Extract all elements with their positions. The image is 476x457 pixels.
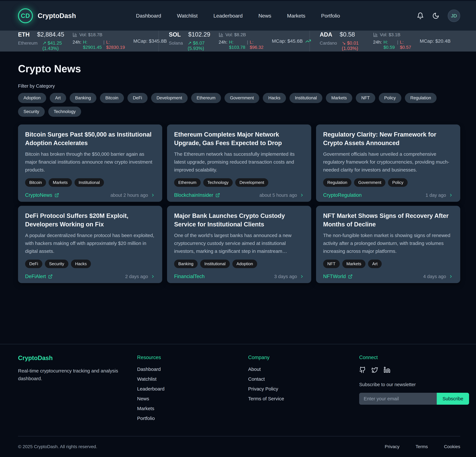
footer-resources: Resources DashboardWatchlistLeaderboardN…	[137, 355, 248, 425]
main-content: Crypto News Filter by Category AdoptionA…	[0, 52, 476, 283]
linkedin-icon[interactable]	[384, 367, 390, 373]
bar-chart-icon	[373, 32, 378, 37]
bottom-bar: © 2025 CryptoDash. All rights reserved. …	[18, 436, 460, 457]
avatar-initials: JD	[451, 13, 457, 18]
range-low: L: $2830.19	[106, 40, 125, 50]
footer-company-title: Company	[248, 355, 359, 360]
article-source-link[interactable]: CryptoRegulation	[323, 192, 362, 198]
asset-range: 24h: H: $103.78 | L: $96.32	[219, 40, 264, 50]
article-footer: FinancialTech 3 days ago	[174, 273, 304, 279]
chevron-right-icon[interactable]	[300, 193, 304, 197]
article-footer: CryptoNews about 2 hours ago	[25, 192, 155, 198]
category-chip[interactable]: Technology	[48, 107, 81, 117]
source-name: NFTWorld	[323, 273, 346, 279]
category-chip[interactable]: Regulation	[405, 93, 437, 103]
external-link-icon	[348, 274, 353, 279]
ticker-asset: SOL $102.29 Solana ↗ $6.07 (5.93%)	[169, 31, 210, 51]
chevron-right-icon[interactable]	[151, 274, 155, 279]
news-card: NFT Market Shows Signs of Recovery After…	[316, 206, 460, 283]
category-chip[interactable]: Policy	[379, 93, 401, 103]
footer-resources-links: DashboardWatchlistLeaderboardNewsMarkets…	[137, 367, 248, 421]
asset-name: Ethereum	[18, 41, 37, 46]
category-chip[interactable]: Development	[151, 93, 188, 103]
legal-link[interactable]: Privacy	[385, 444, 400, 449]
asset-volume: Vol: $3.1B	[380, 32, 400, 37]
article-tag: Markets	[49, 178, 72, 187]
footer-link[interactable]: Privacy Policy	[248, 386, 359, 392]
article-time: 2 days ago	[125, 274, 148, 279]
footer-link[interactable]: About	[248, 367, 359, 372]
nav-item[interactable]: Watchlist	[171, 9, 203, 22]
github-icon[interactable]	[359, 367, 366, 373]
category-chip[interactable]: NFT	[356, 93, 375, 103]
email-input[interactable]	[359, 393, 437, 405]
twitter-icon[interactable]	[371, 367, 378, 373]
legal-link[interactable]: Terms	[416, 444, 428, 449]
source-name: CryptoNews	[25, 192, 52, 198]
article-tags: DeFiSecurityHacks	[25, 255, 155, 268]
legal-link[interactable]: Cookies	[444, 444, 460, 449]
footer-link[interactable]: Leaderboard	[137, 386, 248, 392]
category-chip[interactable]: Security	[18, 107, 45, 117]
app-logo[interactable]: CD	[18, 8, 33, 23]
category-chip[interactable]: Government	[224, 93, 259, 103]
footer-link[interactable]: Terms of Service	[248, 396, 359, 401]
footer-link[interactable]: Watchlist	[137, 376, 248, 382]
article-time: about 2 hours ago	[110, 193, 148, 198]
site-footer: CryptoDash Real-time cryptocurrency trac…	[0, 344, 476, 457]
range-label: 24h:	[373, 40, 382, 50]
footer-brand-tagline: Real-time cryptocurrency tracking and an…	[18, 367, 121, 382]
article-tag: Regulation	[323, 178, 351, 187]
article-tag: Institutional	[200, 260, 230, 268]
article-source-link[interactable]: BlockchainInsider	[174, 192, 220, 198]
category-chip[interactable]: Markets	[326, 93, 352, 103]
external-link-icon	[215, 193, 220, 197]
category-chip[interactable]: Banking	[70, 93, 96, 103]
article-tag: Government	[354, 178, 385, 187]
category-chip[interactable]: Art	[50, 93, 66, 103]
bell-icon[interactable]	[417, 12, 424, 19]
footer-link[interactable]: Dashboard	[137, 367, 248, 372]
category-chip[interactable]: Bitcoin	[100, 93, 124, 103]
footer-link[interactable]: Markets	[137, 406, 248, 411]
footer-connect: Connect Subscribe to our newsletter Subs…	[359, 355, 469, 425]
asset-range: 24h: H: $0.59 | L: $0.57	[373, 40, 411, 50]
chevron-right-icon[interactable]	[151, 193, 155, 197]
category-chip[interactable]: Adoption	[18, 93, 46, 103]
article-source-link[interactable]: NFTWorld	[323, 273, 353, 279]
asset-mcap: MCap: $20.4B	[420, 38, 460, 44]
chevron-right-icon[interactable]	[300, 274, 304, 279]
asset-price: $0.58	[340, 31, 355, 38]
category-chip[interactable]: Hacks	[263, 93, 286, 103]
chevron-right-icon[interactable]	[449, 193, 453, 197]
footer-link[interactable]: Contact	[248, 376, 359, 382]
nav-item[interactable]: Portfolio	[316, 9, 346, 22]
article-title: Major Bank Launches Crypto Custody Servi…	[174, 211, 304, 229]
avatar[interactable]: JD	[448, 9, 460, 22]
nav-item[interactable]: News	[253, 9, 277, 22]
nav-item[interactable]: Dashboard	[130, 9, 167, 22]
category-chip[interactable]: DeFi	[128, 93, 148, 103]
article-source-link[interactable]: DeFiAlert	[25, 273, 53, 279]
asset-change: ↘ $0.01 (1.03%)	[342, 40, 365, 51]
category-chip[interactable]: Institutional	[289, 93, 323, 103]
chevron-right-icon[interactable]	[449, 274, 453, 279]
category-chip[interactable]: Ethereum	[191, 93, 221, 103]
subscribe-button[interactable]: Subscribe	[437, 393, 469, 405]
article-source-link[interactable]: FinancialTech	[174, 273, 205, 279]
footer-link[interactable]: Portfolio	[137, 416, 248, 421]
range-low: L: $0.57	[400, 40, 411, 50]
range-high: H: $103.78	[229, 40, 245, 50]
article-tags: NFTMarketsArt	[323, 255, 453, 268]
article-tag: Bitcoin	[25, 178, 46, 187]
article-tag: Technology	[203, 178, 233, 187]
external-link-icon	[48, 274, 53, 279]
nav-item[interactable]: Leaderboard	[208, 9, 248, 22]
article-title: Ethereum Completes Major Network Upgrade…	[174, 130, 304, 147]
footer-link[interactable]: News	[137, 396, 248, 401]
article-source-link[interactable]: CryptoNews	[25, 192, 59, 198]
moon-icon[interactable]	[432, 12, 439, 19]
mcap-value: MCap: $45.6B	[272, 38, 303, 44]
nav-item[interactable]: Markets	[282, 9, 311, 22]
ticker-stats: Vol: $18.7B 24h: H: $2901.45 | L: $2830.…	[73, 32, 125, 50]
